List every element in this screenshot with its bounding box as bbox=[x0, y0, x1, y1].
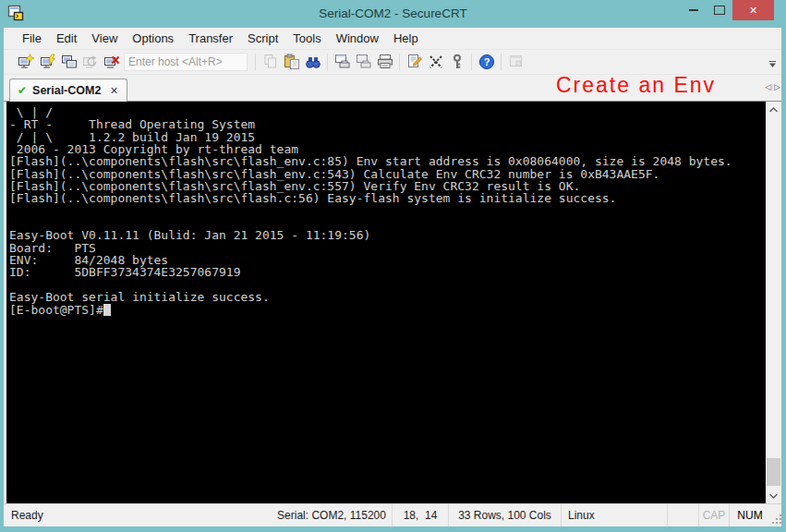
menu-script[interactable]: Script bbox=[240, 30, 285, 47]
quick-connect-icon[interactable] bbox=[16, 52, 37, 72]
terminal-output[interactable]: \ | / - RT - Thread Operating System / |… bbox=[6, 102, 766, 503]
svg-text:?: ? bbox=[483, 56, 490, 67]
key-icon[interactable] bbox=[446, 52, 467, 72]
maximize-button[interactable] bbox=[707, 0, 732, 20]
tab-label: Serial-COM2 bbox=[32, 84, 101, 97]
toolbar-separator bbox=[255, 54, 256, 70]
window-title: Serial-COM2 - SecureCRT bbox=[0, 6, 786, 20]
maximize-icon bbox=[714, 6, 725, 15]
menu-edit[interactable]: Edit bbox=[49, 30, 84, 47]
minimize-icon bbox=[689, 9, 698, 11]
menu-bar: File Edit View Options Transfer Script T… bbox=[4, 28, 781, 49]
printer-icon[interactable] bbox=[374, 52, 395, 72]
title-bar: Serial-COM2 - SecureCRT ✕ bbox=[0, 0, 786, 28]
copy-icon[interactable] bbox=[260, 52, 281, 72]
close-button[interactable]: ✕ bbox=[732, 0, 774, 20]
help-icon[interactable]: ? bbox=[476, 52, 497, 72]
toolbar-separator bbox=[327, 54, 328, 70]
scrollbar-thumb[interactable] bbox=[767, 458, 780, 486]
tab-serial-com2[interactable]: ✔ Serial-COM2 × bbox=[9, 79, 127, 102]
print-selection-icon[interactable] bbox=[353, 52, 374, 72]
terminal-prompt: [E-boot@PTS]# bbox=[9, 303, 103, 317]
menu-file[interactable]: File bbox=[15, 30, 49, 47]
menu-options[interactable]: Options bbox=[125, 30, 181, 47]
annotation-create-an-env: Create an Env bbox=[556, 73, 716, 98]
client-area: File Edit View Options Transfer Script T… bbox=[4, 28, 781, 526]
terminal-lines: \ | / - RT - Thread Operating System / |… bbox=[9, 105, 732, 304]
terminal-area: \ | / - RT - Thread Operating System / |… bbox=[4, 101, 781, 503]
toolbar: ? bbox=[4, 49, 781, 75]
session-options-icon[interactable] bbox=[404, 52, 425, 72]
securecrt-window: Serial-COM2 - SecureCRT ✕ File Edit View… bbox=[0, 0, 786, 532]
toolbar-separator bbox=[471, 54, 472, 70]
status-cursor-position: 18, 14 bbox=[392, 504, 448, 526]
resize-grip[interactable] bbox=[770, 504, 781, 526]
connect-icon[interactable] bbox=[37, 52, 58, 72]
toolbar-separator bbox=[501, 54, 502, 70]
scroll-up-icon[interactable] bbox=[766, 102, 781, 117]
keygen-wizard-icon[interactable] bbox=[425, 52, 446, 72]
paste-icon[interactable] bbox=[281, 52, 302, 72]
print-screen-icon[interactable] bbox=[332, 52, 353, 72]
menu-help[interactable]: Help bbox=[386, 30, 426, 47]
find-icon[interactable] bbox=[302, 52, 323, 72]
status-caps-lock: CAP bbox=[698, 504, 729, 526]
tab-bar: ✔ Serial-COM2 × Create an Env ◁ ▷ bbox=[4, 75, 781, 101]
tab-scroll-right-icon[interactable]: ▷ bbox=[774, 82, 780, 91]
tab-scroll-left-icon[interactable]: ◁ bbox=[765, 82, 771, 91]
tab-close-icon[interactable]: × bbox=[110, 86, 117, 95]
menu-window[interactable]: Window bbox=[329, 30, 386, 47]
minimize-button[interactable] bbox=[681, 0, 707, 20]
toolbar-overflow-icon[interactable] bbox=[767, 57, 779, 70]
status-emulation: Linux bbox=[561, 504, 667, 526]
reconnect-icon[interactable] bbox=[79, 52, 101, 72]
menu-view[interactable]: View bbox=[84, 30, 125, 47]
tab-scroll-controls: ◁ ▷ bbox=[765, 82, 780, 91]
status-serial: Serial: COM2, 115200 bbox=[272, 504, 392, 526]
toolbar-separator bbox=[399, 54, 400, 70]
session-manager-icon[interactable] bbox=[505, 52, 526, 72]
vertical-scrollbar[interactable] bbox=[766, 102, 781, 503]
clone-session-icon[interactable] bbox=[58, 52, 79, 72]
terminal-cursor bbox=[103, 304, 111, 316]
disconnect-icon[interactable] bbox=[101, 52, 122, 72]
status-num-lock: NUM bbox=[729, 504, 770, 526]
status-bar: Ready Serial: COM2, 115200 18, 14 33 Row… bbox=[4, 503, 781, 526]
menu-tools[interactable]: Tools bbox=[285, 30, 328, 47]
host-input[interactable] bbox=[124, 53, 248, 71]
menu-transfer[interactable]: Transfer bbox=[181, 30, 240, 47]
status-ready: Ready bbox=[4, 504, 272, 526]
status-grid-size: 33 Rows, 100 Cols bbox=[448, 504, 561, 526]
window-controls: ✕ bbox=[681, 0, 774, 20]
connected-check-icon: ✔ bbox=[18, 84, 27, 97]
status-blank-pane bbox=[667, 504, 698, 526]
scroll-down-icon[interactable] bbox=[766, 488, 781, 503]
